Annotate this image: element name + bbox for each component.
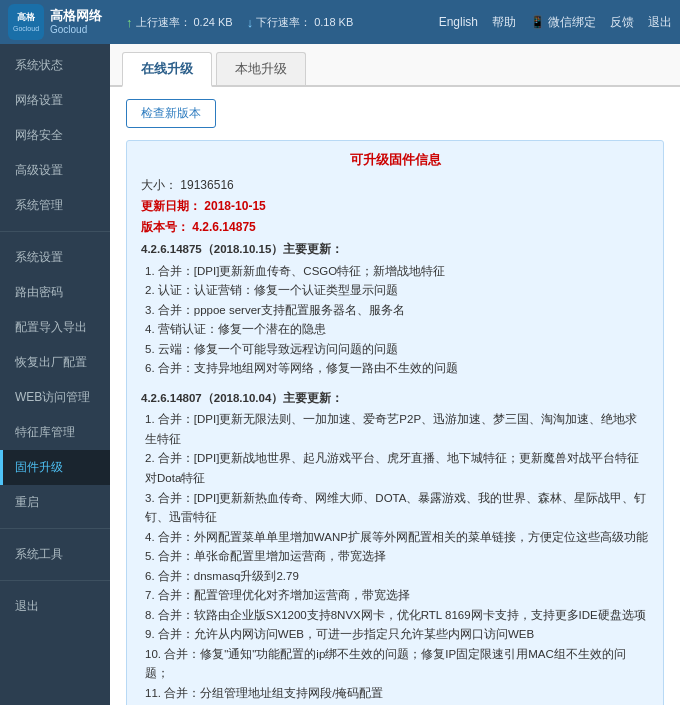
sidebar-item-network-settings[interactable]: 网络设置 (0, 83, 110, 118)
check-version-button[interactable]: 检查新版本 (126, 99, 216, 128)
sidebar-item-route-password[interactable]: 路由密码 (0, 275, 110, 310)
firmware-info-box: 可升级固件信息 大小： 19136516 更新日期： 2018-10-15 版本… (126, 140, 664, 705)
download-stat: ↓ 下行速率： 0.18 KB (247, 15, 354, 30)
tabs: 在线升级 本地升级 (110, 44, 680, 87)
sidebar-item-web-access[interactable]: WEB访问管理 (0, 380, 110, 415)
upload-value: 0.24 KB (194, 16, 233, 28)
firmware-info-title: 可升级固件信息 (141, 151, 649, 169)
sidebar-divider-3 (0, 580, 110, 581)
logo-text: 高格网络 Gocloud (50, 8, 102, 36)
topbar: 高格 Gocloud 高格网络 Gocloud ↑ 上行速率： 0.24 KB … (0, 0, 680, 44)
download-icon: ↓ (247, 15, 254, 30)
language-selector[interactable]: English (439, 15, 478, 29)
logout-link[interactable]: 退出 (648, 14, 672, 31)
update-date-label: 更新日期： (141, 199, 201, 213)
sidebar: 系统状态 网络设置 网络安全 高级设置 系统管理 系统设置 路由密码 (0, 44, 110, 705)
update-section-0: 4.2.6.14875（2018.10.15）主要更新：1. 合并：[DPI]更… (141, 240, 649, 379)
update-item-1-9: 10. 合并：修复"通知"功能配置的ip绑不生效的问题；修复IP固定限速引用MA… (141, 645, 649, 684)
sidebar-item-config-import-export[interactable]: 配置导入导出 (0, 310, 110, 345)
sidebar-item-restart[interactable]: 重启 (0, 485, 110, 520)
svg-text:Gocloud: Gocloud (13, 25, 39, 32)
tab-online-upgrade[interactable]: 在线升级 (122, 52, 212, 87)
firmware-date-field: 更新日期： 2018-10-15 (141, 198, 649, 215)
version-label: 版本号： (141, 220, 189, 234)
sidebar-item-system-config[interactable]: 系统设置 (0, 240, 110, 275)
svg-rect-0 (8, 4, 44, 40)
update-item-1-3: 4. 合并：外网配置菜单单里增加WANP扩展等外网配置相关的菜单链接，方便定位这… (141, 528, 649, 548)
sidebar-divider-2 (0, 528, 110, 529)
version-value: 4.2.6.14875 (192, 220, 255, 234)
download-value: 0.18 KB (314, 16, 353, 28)
update-item-1-8: 9. 合并：允许从内网访问WEB，可进一步指定只允许某些内网口访问WEB (141, 625, 649, 645)
content-area: 在线升级 本地升级 检查新版本 可升级固件信息 大小： 19136516 更新日… (110, 44, 680, 705)
upload-icon: ↑ (126, 15, 133, 30)
download-label: 下行速率： (256, 15, 311, 30)
wechat-icon: 📱 (530, 15, 545, 29)
sidebar-divider-1 (0, 231, 110, 232)
update-date-value: 2018-10-15 (204, 199, 265, 213)
sidebar-item-system-tools[interactable]: 系统工具 (0, 537, 110, 572)
logo-cn: 高格网络 (50, 8, 102, 24)
sidebar-group-tools: 系统工具 (0, 533, 110, 576)
update-item-1-0: 1. 合并：[DPI]更新无限法则、一加加速、爱奇艺P2P、迅游加速、梦三国、淘… (141, 410, 649, 449)
sidebar-item-exit[interactable]: 退出 (0, 589, 110, 624)
help-link[interactable]: 帮助 (492, 14, 516, 31)
topbar-stats: ↑ 上行速率： 0.24 KB ↓ 下行速率： 0.18 KB (118, 15, 439, 30)
update-item-0-2: 3. 合并：pppoe server支持配置服务器名、服务名 (141, 301, 649, 321)
firmware-version-field: 版本号： 4.2.6.14875 (141, 219, 649, 236)
update-item-0-5: 6. 合并：支持异地组网对等网络，修复一路由不生效的问题 (141, 359, 649, 379)
size-value: 19136516 (180, 178, 233, 192)
logo-en: Gocloud (50, 24, 102, 36)
update-item-0-4: 5. 云端：修复一个可能导致远程访问问题的问题 (141, 340, 649, 360)
firmware-size-field: 大小： 19136516 (141, 177, 649, 194)
update-item-0-0: 1. 合并：[DPI]更新新血传奇、CSGO特征；新增战地特征 (141, 262, 649, 282)
update-content: 4.2.6.14875（2018.10.15）主要更新：1. 合并：[DPI]更… (141, 240, 649, 705)
update-section-title-0: 4.2.6.14875（2018.10.15）主要更新： (141, 240, 649, 260)
update-item-0-1: 2. 认证：认证营销：修复一个认证类型显示问题 (141, 281, 649, 301)
sidebar-item-feature-library[interactable]: 特征库管理 (0, 415, 110, 450)
sidebar-item-system-management[interactable]: 系统管理 (0, 188, 110, 223)
update-section-1: 4.2.6.14807（2018.10.04）主要更新：1. 合并：[DPI]更… (141, 389, 649, 705)
upload-label: 上行速率： (136, 15, 191, 30)
update-item-1-10: 11. 合并：分组管理地址组支持网段/掩码配置 (141, 684, 649, 704)
logo: 高格 Gocloud 高格网络 Gocloud (8, 4, 118, 40)
update-item-1-5: 6. 合并：dnsmasq升级到2.79 (141, 567, 649, 587)
wechat-bind-link[interactable]: 📱 微信绑定 (530, 14, 596, 31)
update-item-1-6: 7. 合并：配置管理优化对齐增加运营商，带宽选择 (141, 586, 649, 606)
main-layout: 系统状态 网络设置 网络安全 高级设置 系统管理 系统设置 路由密码 (0, 44, 680, 705)
size-label: 大小： (141, 178, 177, 192)
upload-stat: ↑ 上行速率： 0.24 KB (126, 15, 233, 30)
topbar-nav: English 帮助 📱 微信绑定 反馈 退出 (439, 14, 672, 31)
content-body: 检查新版本 可升级固件信息 大小： 19136516 更新日期： 2018-10… (110, 87, 680, 705)
feedback-link[interactable]: 反馈 (610, 14, 634, 31)
sidebar-group-main: 系统状态 网络设置 网络安全 高级设置 系统管理 (0, 44, 110, 227)
update-item-1-7: 8. 合并：软路由企业版SX1200支持8NVX网卡，优化RTL 8169网卡支… (141, 606, 649, 626)
sidebar-group-config: 系统设置 路由密码 配置导入导出 恢复出厂配置 WEB访问管理 特征库管理 固件… (0, 236, 110, 524)
sidebar-item-advanced-settings[interactable]: 高级设置 (0, 153, 110, 188)
update-item-1-1: 2. 合并：[DPI]更新战地世界、起凡游戏平台、虎牙直播、地下城特征；更新魔兽… (141, 449, 649, 488)
update-item-0-3: 4. 营销认证：修复一个潜在的隐患 (141, 320, 649, 340)
logo-icon: 高格 Gocloud (8, 4, 44, 40)
sidebar-item-network-security[interactable]: 网络安全 (0, 118, 110, 153)
update-section-title-1: 4.2.6.14807（2018.10.04）主要更新： (141, 389, 649, 409)
sidebar-item-restore-factory[interactable]: 恢复出厂配置 (0, 345, 110, 380)
sidebar-item-system-status[interactable]: 系统状态 (0, 48, 110, 83)
sidebar-group-exit: 退出 (0, 585, 110, 628)
update-item-1-2: 3. 合并：[DPI]更新新热血传奇、网维大师、DOTA、暴露游戏、我的世界、森… (141, 489, 649, 528)
sidebar-item-firmware-upgrade[interactable]: 固件升级 (0, 450, 110, 485)
update-item-1-4: 5. 合并：单张命配置里增加运营商，带宽选择 (141, 547, 649, 567)
svg-text:高格: 高格 (17, 11, 36, 22)
tab-local-upgrade[interactable]: 本地升级 (216, 52, 306, 85)
